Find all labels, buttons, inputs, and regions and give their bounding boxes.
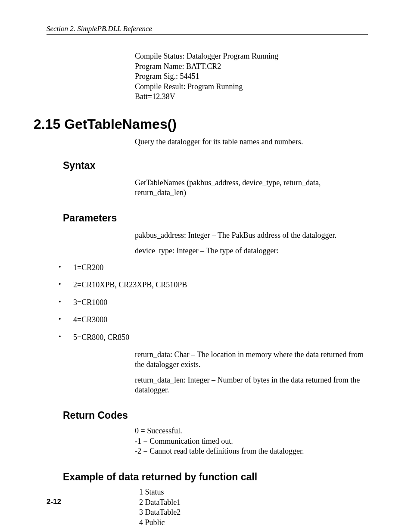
device-type-item: 3=CR1000 xyxy=(59,298,368,308)
parameters-heading: Parameters xyxy=(63,212,368,224)
section-heading: 2.15 GetTableNames() xyxy=(34,115,368,133)
return-code: -1 = Communication timed out. xyxy=(135,436,368,446)
preamble-line: Compile Status: Datalogger Program Runni… xyxy=(135,51,364,61)
device-type-list: 1=CR200 2=CR10XPB, CR23XPB, CR510PB 3=CR… xyxy=(59,263,368,342)
return-code: -2 = Cannot read table definitions from … xyxy=(135,446,368,456)
example-row: 4 Public xyxy=(139,518,368,528)
preamble-line: Batt=12.38V xyxy=(135,92,364,102)
preamble-block: Compile Status: Datalogger Program Runni… xyxy=(135,51,364,102)
return-codes-heading: Return Codes xyxy=(63,409,368,422)
running-header: Section 2. SimplePB.DLL Reference xyxy=(47,24,368,33)
example-row: 1 Status xyxy=(139,487,368,497)
return-code: 0 = Successful. xyxy=(135,426,368,436)
example-row: 3 DataTable2 xyxy=(139,507,368,517)
syntax-heading: Syntax xyxy=(63,159,368,172)
param-pakbus: pakbus_address: Integer – The PakBus add… xyxy=(135,230,364,240)
example-block: 1 Status 2 DataTable1 3 DataTable2 4 Pub… xyxy=(139,487,368,527)
preamble-line: Compile Result: Program Running xyxy=(135,82,364,92)
page-number: 2-12 xyxy=(47,497,61,506)
device-type-item: 4=CR3000 xyxy=(59,315,368,325)
device-type-item: 2=CR10XPB, CR23XPB, CR510PB xyxy=(59,280,368,290)
preamble-line: Program Sig.: 54451 xyxy=(135,72,364,81)
device-type-item: 5=CR800, CR850 xyxy=(59,333,368,342)
example-row: 2 DataTable1 xyxy=(139,498,368,507)
device-type-item: 1=CR200 xyxy=(59,263,368,273)
syntax-text: GetTableNames (pakbus_address, device_ty… xyxy=(135,178,364,197)
section-description: Query the datalogger for its table names… xyxy=(135,137,364,147)
param-device-type: device_type: Integer – The type of datal… xyxy=(135,246,364,256)
header-rule xyxy=(47,34,368,35)
preamble-line: Program Name: BATT.CR2 xyxy=(135,62,364,72)
return-codes-block: 0 = Successful. -1 = Communication timed… xyxy=(135,426,368,456)
param-return-data: return_data: Char – The location in memo… xyxy=(135,350,364,369)
example-heading: Example of data returned by function cal… xyxy=(63,471,368,483)
param-return-data-len: return_data_len: Integer – Number of byt… xyxy=(135,375,364,395)
